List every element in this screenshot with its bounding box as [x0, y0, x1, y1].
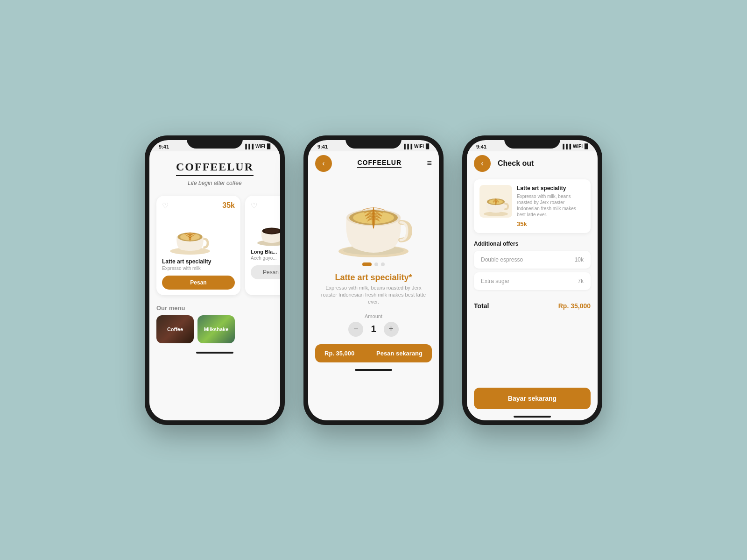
offer-row-espresso[interactable]: Double espresso 10k [474, 251, 591, 269]
notch-3 [504, 135, 560, 149]
back-button-detail[interactable]: ‹ [315, 155, 332, 172]
total-price: Rp. 35,000 [558, 302, 591, 310]
additional-title: Additional offers [474, 241, 591, 247]
menu-icon-detail[interactable]: ≡ [427, 158, 432, 168]
wifi-icon-3: WiFi [573, 144, 583, 149]
time-3: 9:41 [476, 144, 486, 149]
category-coffee[interactable]: Coffee [156, 315, 194, 343]
favorite-icon-latte[interactable]: ♡ [162, 201, 169, 210]
wifi-icon: WiFi [255, 144, 265, 149]
screen-home: 9:41 ▐▐▐ WiFi ▉ COFFEELUR Life begin aft… [149, 140, 280, 420]
home-indicator-2 [355, 369, 392, 371]
order-bar[interactable]: Rp. 35,000 Pesan sekarang [315, 344, 432, 362]
card-header-latte: ♡ 35k [162, 201, 235, 210]
checkout-title: Check out [498, 159, 534, 168]
amount-value: 1 [371, 324, 376, 334]
app-subtitle: Life begin after coffee [159, 180, 271, 186]
screen-checkout: 9:41 ▐▐▐ WiFi ▉ ‹ Check out [467, 140, 598, 420]
total-row: Total Rp. 35,000 [467, 298, 598, 314]
menu-categories: Coffee Milkshake [156, 315, 273, 343]
phones-container: 9:41 ▐▐▐ WiFi ▉ COFFEELUR Life begin aft… [145, 135, 602, 425]
hero-coffee-svg [327, 176, 420, 260]
phone-checkout: 9:41 ▐▐▐ WiFi ▉ ‹ Check out [462, 135, 602, 425]
pesan-button-longblack[interactable]: Pesan [251, 265, 280, 279]
pesan-button-latte[interactable]: Pesan [162, 276, 235, 290]
amount-section: Amount − 1 + [308, 310, 439, 340]
app-title: COFFEELUR [176, 161, 254, 176]
status-icons-1: ▐▐▐ WiFi ▉ [244, 144, 271, 149]
additional-section: Additional offers Double espresso 10k Ex… [467, 237, 598, 298]
screen-detail: 9:41 ▐▐▐ WiFi ▉ ‹ COFFEELUR ≡ [308, 140, 439, 420]
status-icons-2: ▐▐▐ WiFi ▉ [402, 144, 430, 149]
detail-content: ‹ COFFEELUR ≡ [308, 151, 439, 420]
menu-section: Our menu Coffee Milkshake [149, 300, 280, 348]
checkout-coffee-image [479, 185, 512, 218]
notch-1 [187, 135, 243, 149]
back-button-checkout[interactable]: ‹ [474, 155, 491, 172]
latte-image [162, 212, 218, 256]
detail-product-name: Latte art speciality* [317, 273, 430, 283]
checkout-item-desc: Expresso with milk, beans roasted by Jer… [517, 193, 585, 218]
offer-name-espresso: Double espresso [481, 256, 523, 263]
pay-bar[interactable]: Bayar sekarang [474, 388, 591, 409]
product-card-longblack[interactable]: ♡ Long Bla... Aceh gayo... Pesan [245, 196, 280, 295]
detail-info: Latte art speciality* Expresso with milk… [308, 269, 439, 310]
offer-price-sugar: 7k [578, 278, 584, 284]
category-milkshake-label: Milkshake [197, 326, 235, 332]
time-1: 9:41 [159, 144, 169, 149]
product-cards: ♡ 35k [149, 191, 280, 300]
home-indicator-3 [514, 416, 551, 418]
home-content: COFFEELUR Life begin after coffee ♡ 35k [149, 151, 280, 420]
offer-price-espresso: 10k [575, 256, 584, 263]
dot-2 [374, 262, 378, 266]
svg-point-5 [264, 228, 279, 234]
signal-icon-2: ▐▐▐ [402, 144, 412, 149]
category-coffee-label: Coffee [156, 326, 194, 332]
product-card-latte[interactable]: ♡ 35k [156, 196, 240, 295]
card-name-longblack: Long Bla... [251, 249, 280, 255]
favorite-icon-longblack[interactable]: ♡ [251, 201, 257, 210]
category-milkshake[interactable]: Milkshake [197, 315, 235, 343]
checkout-item-name: Latte art speciality [517, 185, 585, 191]
checkout-content: ‹ Check out [467, 151, 598, 420]
card-desc-longblack: Aceh gayo... [251, 255, 280, 261]
battery-icon: ▉ [267, 144, 271, 149]
coffee-hero-image [327, 176, 420, 260]
card-name-latte: Latte art speciality [162, 258, 235, 265]
detail-logo: COFFEELUR [357, 159, 402, 168]
dot-1 [362, 262, 372, 266]
price-latte: 35k [222, 201, 235, 210]
notch-2 [345, 135, 402, 149]
battery-icon-3: ▉ [585, 144, 588, 149]
phone-home: 9:41 ▐▐▐ WiFi ▉ COFFEELUR Life begin aft… [145, 135, 285, 425]
total-label: Total [474, 302, 489, 310]
checkout-item-card: Latte art speciality Expresso with milk,… [474, 179, 591, 233]
card-desc-latte: Expresso with milk [162, 266, 235, 271]
offer-row-sugar[interactable]: Extra sugar 7k [474, 272, 591, 290]
card-header-longblack: ♡ [251, 201, 280, 210]
increase-amount-button[interactable]: + [384, 322, 399, 337]
amount-label: Amount [317, 313, 430, 319]
longblack-image [251, 212, 280, 247]
detail-product-desc: Expresso with milk, beans roasted by Jer… [317, 284, 430, 306]
spacer [467, 314, 598, 384]
checkout-header: ‹ Check out [467, 151, 598, 176]
wifi-icon-2: WiFi [414, 144, 424, 149]
checkout-item-info: Latte art speciality Expresso with milk,… [517, 185, 585, 227]
pay-button[interactable]: Bayar sekarang [508, 395, 557, 402]
order-price: Rp. 35,000 [324, 350, 354, 357]
home-header: COFFEELUR Life begin after coffee [149, 151, 280, 191]
order-button[interactable]: Pesan sekarang [376, 350, 423, 357]
signal-icon-3: ▐▐▐ [561, 144, 571, 149]
detail-header: ‹ COFFEELUR ≡ [308, 151, 439, 176]
decrease-amount-button[interactable]: − [348, 322, 363, 337]
menu-title: Our menu [156, 305, 273, 312]
offer-name-sugar: Extra sugar [481, 278, 509, 284]
phone-detail: 9:41 ▐▐▐ WiFi ▉ ‹ COFFEELUR ≡ [303, 135, 444, 425]
checkout-item-price: 35k [517, 220, 585, 227]
signal-icon: ▐▐▐ [244, 144, 254, 149]
dots-indicator [308, 262, 439, 266]
time-2: 9:41 [317, 144, 328, 149]
status-icons-3: ▐▐▐ WiFi ▉ [561, 144, 588, 149]
dot-3 [381, 262, 385, 266]
